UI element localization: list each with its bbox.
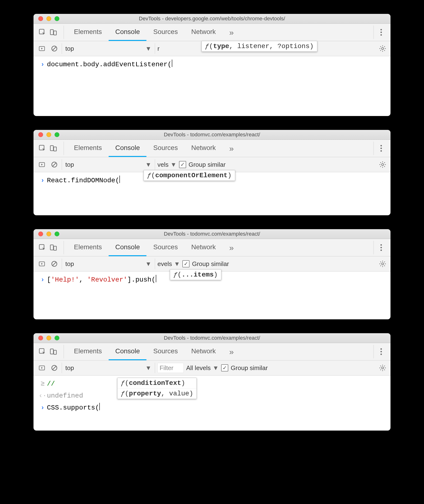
toggle-drawer-icon[interactable] [37, 43, 47, 54]
devtools-window: DevTools - todomvc.com/examples/react/ E… [33, 333, 391, 430]
signature-line: ƒ(property, value) [118, 388, 196, 399]
more-tabs-button[interactable]: » [223, 239, 240, 256]
tab-console[interactable]: Console [109, 24, 147, 41]
close-window-icon[interactable] [38, 16, 43, 21]
window-titlebar[interactable]: DevTools - developers.google.com/web/too… [33, 14, 391, 24]
clear-console-icon[interactable] [49, 259, 59, 269]
minimize-window-icon[interactable] [46, 16, 51, 21]
clear-console-icon[interactable] [49, 43, 59, 54]
device-toolbar-icon[interactable] [49, 244, 57, 252]
tab-network[interactable]: Network [185, 343, 223, 360]
console-settings-icon[interactable] [378, 259, 387, 268]
svg-rect-22 [50, 349, 53, 354]
filter-input[interactable]: Filter [157, 363, 184, 373]
console-code[interactable]: CSS.supports( [47, 403, 100, 413]
device-toolbar-icon[interactable] [49, 348, 57, 356]
execution-context-dropdown[interactable]: top ▼ [62, 43, 155, 54]
console-row[interactable]: › document.body.addEventListener( [33, 59, 391, 71]
text-cursor [119, 176, 120, 183]
text-cursor [99, 403, 100, 410]
log-levels-dropdown[interactable]: evels ▼ [157, 260, 180, 268]
console-body[interactable]: ≥ // ‹· undefined › CSS.supports( [33, 375, 391, 430]
separator [64, 345, 64, 358]
tab-elements[interactable]: Elements [67, 140, 109, 157]
toggle-drawer-icon[interactable] [37, 259, 47, 269]
tab-elements[interactable]: Elements [67, 239, 109, 256]
traffic-lights [33, 132, 59, 137]
inspect-element-icon[interactable] [38, 28, 46, 36]
execution-context-dropdown[interactable]: top ▼ [62, 363, 155, 373]
svg-rect-15 [50, 245, 53, 250]
group-similar-checkbox[interactable] [182, 260, 189, 267]
group-similar-label: Group similar [188, 161, 226, 168]
window-title: DevTools - developers.google.com/web/too… [33, 16, 391, 22]
clear-console-icon[interactable] [49, 363, 59, 373]
toggle-drawer-icon[interactable] [37, 363, 47, 373]
zoom-window-icon[interactable] [55, 132, 59, 137]
console-code[interactable]: React.findDOMNode( [47, 176, 120, 186]
separator [64, 141, 64, 155]
separator [374, 26, 374, 39]
zoom-window-icon[interactable] [55, 336, 59, 340]
console-code[interactable]: ['Help!', 'Revolver'].push( [47, 275, 156, 285]
group-similar-checkbox[interactable] [221, 364, 228, 371]
window-titlebar[interactable]: DevTools - todomvc.com/examples/react/ [33, 229, 391, 239]
svg-line-19 [53, 262, 56, 266]
tab-network[interactable]: Network [185, 24, 223, 41]
close-window-icon[interactable] [38, 232, 43, 236]
console-settings-icon[interactable] [378, 44, 387, 53]
zoom-window-icon[interactable] [55, 16, 59, 21]
tab-network[interactable]: Network [185, 239, 223, 256]
close-window-icon[interactable] [38, 336, 43, 340]
svg-rect-16 [54, 246, 56, 250]
device-toolbar-icon[interactable] [49, 28, 57, 36]
console-code[interactable]: document.body.addEventListener( [47, 60, 172, 70]
execution-context-dropdown[interactable]: top ▼ [62, 159, 155, 170]
tab-sources[interactable]: Sources [146, 140, 185, 157]
prompt-icon: › [41, 176, 45, 186]
inspect-element-icon[interactable] [38, 144, 46, 152]
tab-console[interactable]: Console [109, 239, 147, 256]
log-levels-dropdown[interactable]: All levels ▼ [186, 364, 219, 372]
group-similar-checkbox[interactable] [179, 161, 186, 168]
tab-sources[interactable]: Sources [146, 239, 185, 256]
log-levels-dropdown[interactable]: vels ▼ [157, 161, 177, 168]
devtools-menu-icon[interactable] [378, 243, 385, 252]
execution-context-dropdown[interactable]: top ▼ [62, 258, 155, 269]
more-tabs-button[interactable]: » [223, 140, 240, 157]
tab-console[interactable]: Console [109, 343, 147, 360]
tab-sources[interactable]: Sources [146, 24, 185, 41]
window-titlebar[interactable]: DevTools - todomvc.com/examples/react/ [33, 130, 391, 140]
minimize-window-icon[interactable] [46, 232, 51, 236]
tab-console[interactable]: Console [109, 140, 147, 157]
text-cursor [172, 60, 172, 67]
inspect-element-icon[interactable] [38, 244, 46, 252]
window-titlebar[interactable]: DevTools - todomvc.com/examples/react/ [33, 333, 391, 343]
devtools-menu-icon[interactable] [378, 28, 385, 37]
devtools-menu-icon[interactable] [378, 347, 385, 356]
tab-elements[interactable]: Elements [67, 343, 109, 360]
clear-console-icon[interactable] [49, 160, 59, 170]
toggle-drawer-icon[interactable] [37, 160, 47, 170]
tab-elements[interactable]: Elements [67, 24, 109, 41]
console-settings-icon[interactable] [378, 160, 387, 169]
svg-rect-1 [50, 30, 53, 35]
inspect-element-icon[interactable] [38, 348, 46, 356]
context-label: top [65, 364, 74, 372]
more-tabs-button[interactable]: » [223, 343, 240, 360]
tab-network[interactable]: Network [185, 140, 223, 157]
console-body[interactable]: › document.body.addEventListener( [33, 56, 391, 116]
minimize-window-icon[interactable] [46, 336, 51, 340]
tab-sources[interactable]: Sources [146, 343, 185, 360]
device-toolbar-icon[interactable] [49, 144, 57, 152]
devtools-menu-icon[interactable] [378, 143, 385, 153]
close-window-icon[interactable] [38, 132, 43, 137]
group-similar-label: Group similar [231, 364, 268, 372]
console-settings-icon[interactable] [378, 363, 387, 372]
console-row[interactable]: › CSS.supports( [33, 402, 391, 414]
more-tabs-button[interactable]: » [223, 24, 240, 41]
svg-rect-23 [54, 350, 56, 354]
minimize-window-icon[interactable] [46, 132, 51, 137]
console-code: // [47, 379, 55, 389]
zoom-window-icon[interactable] [55, 232, 59, 236]
